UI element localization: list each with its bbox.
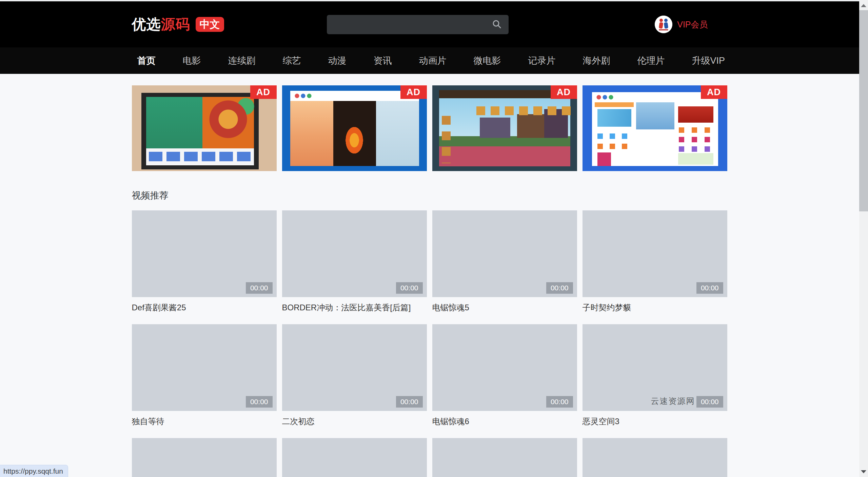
main-nav: 首页 电影 连续剧 综艺 动漫 资讯 动画片 微电影 记录片 海外剧 伦理片 升…: [0, 47, 859, 74]
ad-badge: AD: [551, 85, 577, 99]
nav-item-label: 伦理片: [637, 56, 665, 66]
video-card[interactable]: [132, 438, 277, 477]
video-card[interactable]: [282, 438, 427, 477]
nav-item-2[interactable]: 连续剧: [228, 55, 256, 67]
ad-banner-shopping-app[interactable]: AD: [583, 85, 727, 171]
video-thumbnail[interactable]: 00:00: [432, 324, 577, 411]
nav-item-label: 首页: [137, 56, 156, 66]
scroll-down-button[interactable]: [859, 467, 868, 476]
search-button[interactable]: [485, 15, 509, 34]
video-thumbnail[interactable]: 00:00: [282, 324, 427, 411]
video-title[interactable]: 子时契约梦貘: [583, 303, 727, 313]
video-thumbnail[interactable]: 00:00: [132, 324, 277, 411]
scroll-up-button[interactable]: [859, 1, 868, 10]
section-title: 视频推荐: [132, 189, 728, 202]
user-area: VIP会员: [655, 1, 708, 47]
nav-item-label: 动画片: [419, 56, 447, 66]
nav-item-7[interactable]: 微电影: [474, 55, 501, 67]
nav-item-11[interactable]: 升级VIP: [692, 55, 725, 67]
video-thumbnail[interactable]: [282, 438, 427, 477]
video-card[interactable]: 00:00 电锯惊魂6: [432, 324, 577, 438]
video-title[interactable]: 恶灵空间3: [583, 416, 727, 427]
video-card[interactable]: 00:00 电锯惊魂5: [432, 210, 577, 324]
search-bar: [327, 15, 509, 34]
avatar-logo-icon: [655, 16, 672, 33]
video-card[interactable]: 00:00 二次初恋: [282, 324, 427, 438]
video-thumbnail[interactable]: 00:00: [432, 210, 577, 297]
logo-language-badge: 中文: [196, 17, 224, 32]
video-card[interactable]: [432, 438, 577, 477]
scroll-down-icon: [861, 470, 866, 473]
video-thumbnail[interactable]: 云速资源网 00:00: [583, 324, 727, 411]
scrollbar-thumb[interactable]: [859, 10, 868, 211]
duration-badge: 00:00: [696, 282, 723, 294]
nav-item-4[interactable]: 动漫: [328, 55, 347, 67]
video-thumbnail[interactable]: [132, 438, 277, 477]
nav-item-label: 动漫: [328, 56, 347, 66]
logo-text-primary: 优选: [132, 16, 161, 32]
video-card[interactable]: 00:00 Def喜剧果酱25: [132, 210, 277, 324]
duration-badge: 00:00: [546, 282, 573, 294]
video-thumbnail[interactable]: 00:00: [132, 210, 277, 297]
video-card[interactable]: 00:00 子时契约梦貘: [583, 210, 727, 324]
video-card[interactable]: 00:00 BORDER冲动：法医比嘉美香[后篇]: [282, 210, 427, 324]
nav-item-label: 连续剧: [228, 56, 256, 66]
ad-row: AD AD AD AD: [132, 85, 728, 171]
link-preview-statusbar: https://ppy.sqqt.fun: [0, 465, 68, 477]
search-icon: [492, 19, 502, 30]
nav-item-6[interactable]: 动画片: [419, 55, 447, 67]
video-title[interactable]: 独自等待: [132, 416, 277, 427]
duration-badge: 00:00: [246, 396, 273, 408]
nav-item-label: 资讯: [374, 56, 392, 66]
nav-item-5[interactable]: 资讯: [374, 55, 392, 67]
ad-badge: AD: [400, 85, 427, 99]
logo-text-accent: 源码: [161, 16, 190, 32]
search-input[interactable]: [327, 15, 485, 34]
video-thumbnail[interactable]: [432, 438, 577, 477]
nav-item-label: 电影: [183, 56, 201, 66]
avatar[interactable]: [655, 16, 672, 33]
duration-badge: 00:00: [396, 396, 423, 408]
nav-item-label: 升级VIP: [692, 56, 725, 66]
site-header: 优选源码 中文: [0, 1, 859, 47]
nav-item-1[interactable]: 电影: [183, 55, 201, 67]
video-title[interactable]: BORDER冲动：法医比嘉美香[后篇]: [282, 303, 427, 313]
vertical-scrollbar[interactable]: [859, 0, 868, 477]
site-logo[interactable]: 优选源码 中文: [132, 15, 224, 34]
ad-banner-strategy-game[interactable]: AD: [432, 85, 577, 171]
scroll-up-icon: [861, 4, 866, 7]
video-card[interactable]: 00:00 独自等待: [132, 324, 277, 438]
duration-badge: 00:00: [546, 396, 573, 408]
nav-item-label: 海外剧: [583, 56, 610, 66]
duration-badge: 00:00: [696, 396, 723, 408]
nav-item-9[interactable]: 海外剧: [583, 55, 610, 67]
video-thumbnail[interactable]: 00:00: [282, 210, 427, 297]
video-thumbnail[interactable]: [583, 438, 727, 477]
main-nav-list: 首页 电影 连续剧 综艺 动漫 资讯 动画片 微电影 记录片 海外剧 伦理片 升…: [132, 47, 728, 74]
video-title[interactable]: 二次初恋: [282, 416, 427, 427]
video-title[interactable]: Def喜剧果酱25: [132, 303, 277, 313]
video-thumbnail[interactable]: 00:00: [583, 210, 727, 297]
nav-item-label: 记录片: [528, 56, 556, 66]
video-title[interactable]: 电锯惊魂5: [432, 303, 577, 313]
nav-item-10[interactable]: 伦理片: [637, 55, 665, 67]
nav-item-8[interactable]: 记录片: [528, 55, 556, 67]
thumbnail-watermark: 云速资源网: [651, 396, 695, 407]
video-card[interactable]: [583, 438, 727, 477]
duration-badge: 00:00: [396, 282, 423, 294]
nav-item-label: 微电影: [474, 56, 501, 66]
nav-item-0[interactable]: 首页: [137, 55, 156, 67]
ad-badge: AD: [701, 85, 727, 99]
nav-item-label: 综艺: [283, 56, 301, 66]
ad-banner-anime-game[interactable]: AD: [282, 85, 427, 171]
video-title[interactable]: 电锯惊魂6: [432, 416, 577, 427]
video-grid: 00:00 Def喜剧果酱25 00:00 BORDER冲动：法医比嘉美香[后篇…: [132, 210, 728, 477]
vip-member-link[interactable]: VIP会员: [677, 19, 708, 30]
nav-item-3[interactable]: 综艺: [283, 55, 301, 67]
ad-badge: AD: [250, 85, 277, 99]
ad-banner-dragon-website[interactable]: AD: [132, 85, 277, 171]
duration-badge: 00:00: [246, 282, 273, 294]
video-card[interactable]: 云速资源网 00:00 恶灵空间3: [583, 324, 727, 438]
